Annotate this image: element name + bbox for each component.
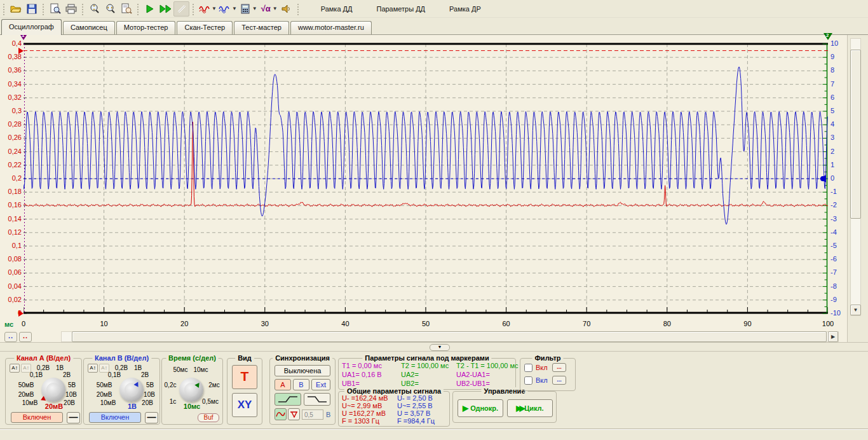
channel-a-power-button[interactable]: Включен bbox=[11, 412, 63, 423]
sync-source-a-button[interactable]: А bbox=[275, 379, 291, 390]
tab-samopisec[interactable]: Самописец bbox=[63, 21, 115, 34]
knob-label: 5В bbox=[68, 382, 76, 388]
chb-uac: U~= 2,55 В bbox=[397, 402, 433, 409]
signal-a-dropdown-icon[interactable]: ▼ bbox=[212, 6, 217, 11]
filter-a-more-button[interactable]: ... bbox=[552, 363, 566, 372]
sync-off-button[interactable]: Выключена bbox=[275, 365, 330, 376]
right-axis-tick-label: 1 bbox=[831, 161, 834, 168]
signal-b-icon[interactable] bbox=[217, 1, 233, 17]
page-preview-icon[interactable] bbox=[118, 1, 134, 17]
vertical-scrollbar-thumb[interactable] bbox=[850, 50, 861, 219]
math-dropdown-icon[interactable]: ▼ bbox=[273, 6, 278, 11]
zoom-vertical-icon[interactable] bbox=[86, 1, 102, 17]
t2-t1-value: T2 - T1 = 100,00 мс bbox=[456, 362, 519, 369]
filter-b-more-button[interactable]: ... bbox=[552, 376, 566, 385]
zoom-horizontal-icon[interactable] bbox=[102, 1, 118, 17]
sync-level-input[interactable] bbox=[302, 409, 323, 420]
channel-a-title: Канал А (В/дел) bbox=[14, 354, 73, 362]
menu-parametry-dd[interactable]: Параметры ДД bbox=[371, 3, 430, 15]
sync-edge-falling-button[interactable] bbox=[304, 393, 330, 406]
knob-label: 0,2В bbox=[37, 364, 50, 371]
menu-ramka-dd[interactable]: Рамка ДД bbox=[316, 3, 358, 15]
marker-2-handle[interactable]: 2 bbox=[824, 33, 832, 40]
marker-measurements-panel: Параметры сигнала под маркерами T1 = 0,0… bbox=[338, 358, 516, 390]
start-cycle-icon[interactable] bbox=[158, 1, 173, 17]
open-icon[interactable] bbox=[8, 1, 24, 17]
knob-label: 10мВ bbox=[100, 399, 116, 406]
tab-website[interactable]: www.motor-master.ru bbox=[290, 21, 372, 34]
menu-ramka-dr[interactable]: Рамка ДР bbox=[444, 3, 486, 15]
left-axis-tick-label: 0,16 bbox=[1, 201, 22, 209]
hscroll-right-button[interactable]: ▶ bbox=[828, 331, 838, 342]
knob-label: 2мс bbox=[208, 382, 219, 388]
cycle-run-button[interactable]: ▶▶ Цикл. bbox=[507, 399, 553, 417]
sync-edge-rising-button[interactable] bbox=[275, 393, 301, 406]
splitter[interactable]: ▼ bbox=[0, 342, 868, 352]
oscilloscope-plot[interactable]: 0,40,380,360,340,320,30,280,260,240,220,… bbox=[0, 35, 848, 351]
tab-scan-tester[interactable]: Скан-Тестер bbox=[177, 21, 233, 34]
chb-freq: F =984,4 Гц bbox=[397, 417, 435, 425]
print-icon[interactable] bbox=[63, 1, 79, 17]
t1-value: T1 = 0,00 мс bbox=[342, 362, 382, 369]
channel-b-scale-knob[interactable] bbox=[119, 378, 144, 402]
time-scale-knob[interactable] bbox=[179, 378, 203, 402]
left-axis-tick-label: 0,36 bbox=[1, 66, 22, 74]
left-axis-tick-label: 0,38 bbox=[1, 53, 22, 60]
print-preview-icon[interactable] bbox=[47, 1, 63, 17]
waveform-canvas[interactable] bbox=[24, 40, 828, 317]
buffer-button[interactable]: Buf bbox=[198, 413, 219, 422]
left-axis-tick-label: 0,04 bbox=[1, 282, 22, 290]
right-axis-tick-label: -7 bbox=[831, 268, 837, 276]
sync-level-mode2-button[interactable] bbox=[288, 408, 300, 420]
toolbar-grip[interactable] bbox=[2, 3, 6, 15]
knob-label: 10В bbox=[65, 391, 77, 398]
left-axis-tick-label: 0,08 bbox=[1, 255, 22, 263]
channel-a-scale-value: 20мВ bbox=[45, 402, 63, 410]
math-sqrt-icon[interactable]: √α bbox=[258, 1, 274, 17]
ua1-value: UА1= 0,16 В bbox=[342, 371, 382, 378]
x-axis-tick-label: 100 bbox=[818, 320, 837, 327]
save-icon[interactable] bbox=[24, 1, 39, 17]
marker1-goto-button[interactable]: .. bbox=[4, 332, 17, 342]
knob-label: 20В bbox=[64, 399, 75, 406]
start-icon[interactable] bbox=[142, 1, 158, 17]
toolbar-separator bbox=[81, 3, 85, 15]
sound-icon[interactable] bbox=[278, 1, 294, 17]
single-run-button[interactable]: ▶Однокр. bbox=[458, 399, 503, 417]
x-axis-tick-label: 80 bbox=[658, 320, 677, 327]
toolbar-separator bbox=[191, 3, 195, 15]
signal-a-icon[interactable] bbox=[197, 1, 213, 17]
vscroll-down-button[interactable]: ▼ bbox=[850, 305, 861, 315]
tab-motor-tester[interactable]: Мотор-тестер bbox=[116, 21, 176, 34]
horizontal-scrollbar-thumb[interactable] bbox=[72, 331, 827, 342]
view-xy-button[interactable]: XY bbox=[232, 393, 257, 417]
filter-b-checkbox[interactable] bbox=[524, 376, 532, 385]
tab-oscillograph[interactable]: Осциллограф bbox=[1, 19, 62, 35]
calculator-dropdown-icon[interactable]: ▼ bbox=[252, 6, 257, 11]
channel-b-power-button[interactable]: Включен bbox=[89, 412, 141, 423]
cha-u: U =162,27 мВ bbox=[342, 409, 386, 417]
channel-b-invert-button[interactable]: — bbox=[145, 412, 158, 423]
run-control-panel: Управление ▶Однокр. ▶▶ Цикл. bbox=[452, 391, 557, 423]
tab-test-master[interactable]: Тест-мастер bbox=[234, 21, 289, 34]
marker2-goto-button[interactable]: .. bbox=[19, 332, 32, 342]
channel-a-invert-button[interactable]: — bbox=[67, 412, 80, 423]
filter-a-checkbox[interactable] bbox=[524, 364, 532, 372]
channel-b-autoscale-icon[interactable]: А↕ bbox=[88, 364, 98, 373]
knob-label: 0,2В bbox=[115, 364, 128, 371]
filter-b-label: Вкл bbox=[536, 376, 548, 384]
sync-source-b-button[interactable]: В bbox=[293, 379, 309, 390]
sync-source-ext-button[interactable]: Ext bbox=[311, 379, 330, 390]
calculator-icon[interactable] bbox=[238, 1, 254, 17]
collapse-panel-button[interactable]: ▼ bbox=[430, 344, 450, 351]
sync-level-mode1-button[interactable] bbox=[275, 408, 287, 420]
trigger-level-marker[interactable] bbox=[18, 48, 24, 54]
knob-label: 0,1В bbox=[30, 371, 43, 378]
ub1-value: UВ1= bbox=[342, 380, 360, 387]
channel-a-autoscale-icon[interactable]: А↕ bbox=[10, 364, 20, 373]
channel-a-scale-knob[interactable] bbox=[41, 378, 65, 402]
channel-b-zero-marker[interactable] bbox=[820, 175, 826, 182]
view-t-button[interactable]: T bbox=[232, 365, 257, 389]
channel-a-zero-marker[interactable] bbox=[18, 310, 24, 317]
signal-b-dropdown-icon[interactable]: ▼ bbox=[232, 6, 237, 11]
